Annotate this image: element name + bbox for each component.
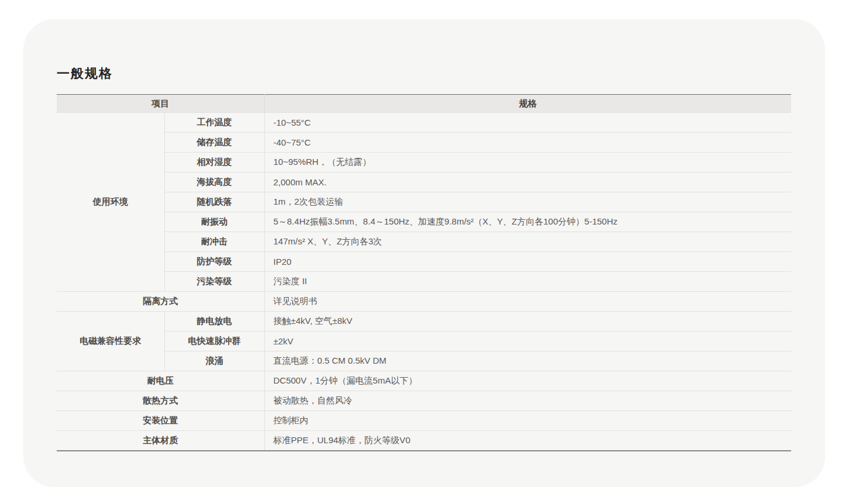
table-row: 耐电压 DC500V，1分钟（漏电流5mA以下） — [57, 371, 791, 391]
table-row: 随机跌落 1m，2次包装运输 — [57, 192, 791, 212]
table-row: 散热方式 被动散热，自然风冷 — [57, 391, 791, 411]
table-row: 污染等级 污染度 II — [57, 272, 791, 292]
row-label-cooling: 散热方式 — [57, 391, 264, 411]
row-label-voltage: 耐电压 — [57, 371, 264, 391]
row-value: 10~95%RH，（无结露） — [264, 153, 791, 172]
column-header-item: 项目 — [57, 95, 264, 113]
row-label: 随机跌落 — [164, 192, 264, 212]
card-content: 一般规格 项目 规格 使用环境 工作温度 -10~55°C 储存温度 -40~7… — [23, 19, 825, 451]
row-label: 耐冲击 — [164, 232, 264, 252]
table-row: 安装位置 控制柜内 — [57, 411, 791, 431]
row-label: 工作温度 — [164, 113, 264, 133]
row-label: 静电放电 — [164, 312, 264, 332]
table-row: 耐冲击 147m/s² X、Y、Z方向各3次 — [57, 232, 791, 252]
table-row: 电磁兼容性要求 静电放电 接触±4kV, 空气±8kV — [57, 312, 791, 332]
row-value: 1m，2次包装运输 — [264, 192, 791, 212]
column-header-spec: 规格 — [264, 95, 791, 113]
row-label-mounting: 安装位置 — [57, 411, 264, 431]
row-value: IP20 — [264, 252, 791, 272]
row-value: 直流电源：0.5 CM 0.5kV DM — [264, 351, 791, 371]
row-value: ±2kV — [264, 332, 791, 351]
table-row: 隔离方式 详见说明书 — [57, 292, 791, 312]
table-row: 使用环境 工作温度 -10~55°C — [57, 113, 791, 133]
category-cell-emc: 电磁兼容性要求 — [57, 312, 164, 371]
row-label: 污染等级 — [164, 272, 264, 292]
table-row: 浪涌 直流电源：0.5 CM 0.5kV DM — [57, 351, 791, 371]
row-value: 标准PPE，UL94标准，防火等级V0 — [264, 431, 791, 451]
table-header-row: 项目 规格 — [57, 95, 791, 113]
row-value: 2,000m MAX. — [264, 172, 791, 192]
table-row: 主体材质 标准PPE，UL94标准，防火等级V0 — [57, 431, 791, 451]
row-label: 储存温度 — [164, 133, 264, 153]
row-label: 防护等级 — [164, 252, 264, 272]
row-value: 详见说明书 — [264, 292, 791, 312]
row-value: 5～8.4Hz振幅3.5mm、8.4～150Hz、加速度9.8m/s²（X、Y、… — [264, 212, 791, 232]
row-label: 电快速脉冲群 — [164, 332, 264, 351]
table-row: 电快速脉冲群 ±2kV — [57, 332, 791, 351]
table-row: 相对湿度 10~95%RH，（无结露） — [57, 153, 791, 172]
row-value: DC500V，1分钟（漏电流5mA以下） — [264, 371, 791, 391]
spec-card: 一般规格 项目 规格 使用环境 工作温度 -10~55°C 储存温度 -40~7… — [23, 19, 825, 487]
row-value: 接触±4kV, 空气±8kV — [264, 312, 791, 332]
category-cell-environment: 使用环境 — [57, 113, 164, 292]
row-label: 相对湿度 — [164, 153, 264, 172]
table-row: 海拔高度 2,000m MAX. — [57, 172, 791, 192]
row-label-material: 主体材质 — [57, 431, 264, 451]
row-label: 耐振动 — [164, 212, 264, 232]
page-title: 一般规格 — [57, 66, 825, 81]
row-value: 污染度 II — [264, 272, 791, 292]
table-row: 防护等级 IP20 — [57, 252, 791, 272]
row-label-isolation: 隔离方式 — [57, 292, 264, 312]
row-value: -10~55°C — [264, 113, 791, 133]
row-value: 控制柜内 — [264, 411, 791, 431]
row-value: -40~75°C — [264, 133, 791, 153]
row-label: 海拔高度 — [164, 172, 264, 192]
general-spec-table: 项目 规格 使用环境 工作温度 -10~55°C 储存温度 -40~75°C 相… — [57, 94, 791, 451]
row-label: 浪涌 — [164, 351, 264, 371]
table-row: 储存温度 -40~75°C — [57, 133, 791, 153]
row-value: 被动散热，自然风冷 — [264, 391, 791, 411]
row-value: 147m/s² X、Y、Z方向各3次 — [264, 232, 791, 252]
table-row: 耐振动 5～8.4Hz振幅3.5mm、8.4～150Hz、加速度9.8m/s²（… — [57, 212, 791, 232]
